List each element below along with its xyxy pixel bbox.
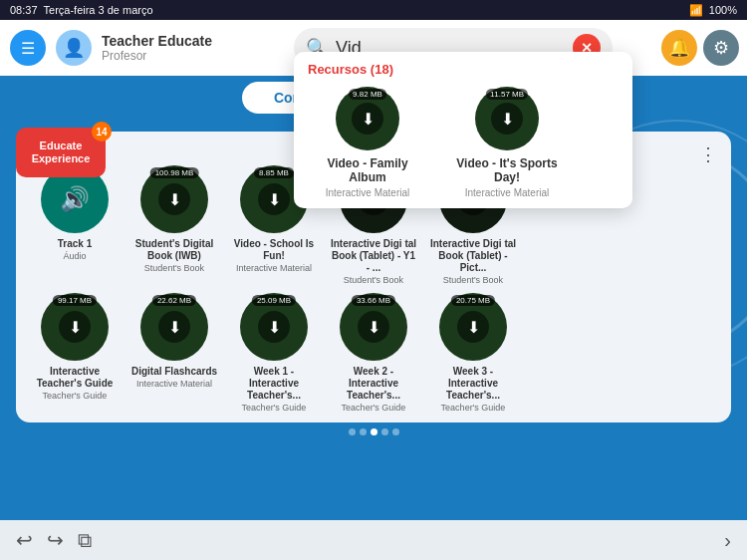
bell-icon: 🔔 (668, 37, 690, 59)
item-label-week2: Week 2 - Interactive Teacher's... (329, 366, 418, 402)
digital-book-icon: 100.98 MB ⬇ (140, 165, 208, 233)
list-item[interactable]: 100.98 MB ⬇ Student's Digital Book (IWB)… (129, 165, 219, 285)
size-badge: 22.62 MB (152, 295, 196, 306)
battery-level: 100% (709, 4, 737, 16)
educate-badge: 14 (92, 122, 112, 141)
result-icon-1: 9.82 MB ⬇ (336, 87, 399, 150)
item-label-teacher-guide: Interactive Teacher's Guide (30, 366, 120, 390)
result-label-2: Video - It's Sports Day! (447, 156, 567, 185)
bottom-nav-left: ↩ ↪ ⧉ (16, 528, 92, 552)
size-badge: 25.09 MB (252, 295, 296, 306)
item-label-week3: Week 3 - Interactive Teacher's... (428, 366, 518, 402)
educate-exp-label: EducateExperience (32, 140, 91, 165)
list-item[interactable]: 25.09 MB ⬇ Week 1 - Interactive Teacher'… (229, 293, 319, 413)
unit-more-button[interactable]: ⋮ (699, 143, 717, 165)
item-sublabel-week1: Teacher's Guide (242, 403, 307, 413)
week2-icon: 33.66 MB ⬇ (340, 293, 407, 361)
item-label-digital-book: Student's Digital Book (IWB) (129, 238, 219, 262)
teacher-role: Profesor (102, 49, 212, 63)
result-size-1: 9.82 MB (349, 89, 386, 100)
avatar: 👤 (56, 30, 92, 66)
week1-icon: 25.09 MB ⬇ (240, 293, 308, 361)
nav-dots (16, 428, 731, 435)
nav-dot-2[interactable] (360, 428, 367, 435)
teacher-name: Teacher Educate (102, 33, 212, 49)
list-item[interactable]: 22.62 MB ⬇ Digital Flashcards Interactiv… (129, 293, 219, 413)
item-label-tablet-pict: Interactive Digi tal Book (Tablet) - Pic… (428, 238, 518, 274)
result-label-1: Video - Family Album (308, 156, 427, 185)
hamburger-icon: ☰ (21, 39, 35, 58)
items-row-2: 99.17 MB ⬇ Interactive Teacher's Guide T… (30, 293, 717, 413)
result-size-2: 11.57 MB (486, 89, 528, 100)
download-icon: ⬇ (158, 311, 190, 343)
download-icon: ⬇ (457, 311, 489, 343)
download-icon: ⬇ (258, 183, 290, 215)
item-sublabel-week3: Teacher's Guide (441, 403, 506, 413)
nav-dot-4[interactable] (381, 428, 388, 435)
settings-button[interactable]: ⚙ (703, 30, 739, 66)
item-label-track1: Track 1 (58, 238, 92, 250)
item-label-week1: Week 1 - Interactive Teacher's... (229, 366, 319, 402)
item-sublabel-flashcards: Interactive Material (136, 379, 212, 389)
bottom-bar: ↩ ↪ ⧉ › (0, 520, 747, 560)
status-time: 08:37 (10, 4, 38, 16)
item-sublabel-tablet-y1: Student's Book (344, 275, 403, 285)
download-icon: ⬇ (158, 183, 190, 215)
gear-icon: ⚙ (713, 37, 729, 59)
notifications-button[interactable]: 🔔 (661, 30, 697, 66)
menu-button[interactable]: ☰ (10, 30, 46, 66)
battery-icon: 📶 (689, 4, 703, 17)
teacher-guide-icon: 99.17 MB ⬇ (41, 293, 109, 361)
nav-dot-1[interactable] (349, 428, 356, 435)
expand-button[interactable]: › (724, 529, 731, 552)
result-sublabel-2: Interactive Material (465, 187, 549, 198)
item-sublabel-tablet-pict: Student's Book (443, 275, 503, 285)
download-icon: ⬇ (258, 311, 290, 343)
copy-button[interactable]: ⧉ (78, 529, 92, 552)
search-results-list: 9.82 MB ⬇ Video - Family Album Interacti… (308, 87, 619, 198)
search-result-item-2[interactable]: 11.57 MB ⬇ Video - It's Sports Day! Inte… (447, 87, 567, 198)
search-result-item[interactable]: 9.82 MB ⬇ Video - Family Album Interacti… (308, 87, 427, 198)
list-item[interactable]: 33.66 MB ⬇ Week 2 - Interactive Teacher'… (329, 293, 418, 413)
item-sublabel-teacher-guide: Teacher's Guide (43, 391, 108, 401)
item-label-flashcards: Digital Flashcards (131, 366, 217, 378)
download-icon: ⬇ (358, 311, 389, 343)
item-sublabel-video-school: Interactive Material (236, 263, 312, 273)
result-sublabel-1: Interactive Material (326, 187, 409, 198)
item-sublabel-digital-book: Student's Book (144, 263, 204, 273)
educate-experience-button[interactable]: EducateExperience 14 (16, 128, 106, 177)
result-icon-2: 11.57 MB ⬇ (475, 87, 539, 150)
week3-icon: 20.75 MB ⬇ (439, 293, 507, 361)
search-results-header: Recursos (18) (308, 62, 619, 77)
status-day: Terça-feira 3 de março (44, 4, 153, 16)
list-item[interactable]: 99.17 MB ⬇ Interactive Teacher's Guide T… (30, 293, 120, 413)
nav-dot-5[interactable] (392, 428, 399, 435)
item-label-video-school: Video - School Is Fun! (229, 238, 319, 262)
size-badge: 8.85 MB (254, 167, 294, 178)
nav-dot-3[interactable] (371, 428, 377, 435)
size-badge: 99.17 MB (53, 295, 97, 306)
status-bar: 08:37 Terça-feira 3 de março 📶 100% (0, 0, 747, 20)
flashcards-icon: 22.62 MB ⬇ (140, 293, 208, 361)
teacher-info: Teacher Educate Profesor (102, 33, 212, 63)
back-button[interactable]: ↩ (16, 528, 33, 552)
download-icon: ⬇ (59, 311, 91, 343)
download-arrow-1: ⬇ (352, 103, 383, 135)
size-badge: 100.98 MB (150, 167, 199, 178)
list-item[interactable]: 🔊 Track 1 Áudio (30, 165, 120, 285)
item-label-tablet-y1: Interactive Digi tal Book (Tablet) - Y1 … (329, 238, 418, 274)
size-badge: 20.75 MB (451, 295, 495, 306)
item-sublabel-week2: Teacher's Guide (342, 403, 406, 413)
search-dropdown: Recursos (18) 9.82 MB ⬇ Video - Family A… (294, 52, 632, 208)
list-item[interactable]: 20.75 MB ⬇ Week 3 - Interactive Teacher'… (428, 293, 518, 413)
item-sublabel-track1: Áudio (63, 251, 86, 261)
header-icons: 🔔 ⚙ (661, 30, 739, 66)
forward-button[interactable]: ↪ (47, 528, 64, 552)
size-badge: 33.66 MB (352, 295, 395, 306)
download-arrow-2: ⬇ (491, 103, 523, 135)
